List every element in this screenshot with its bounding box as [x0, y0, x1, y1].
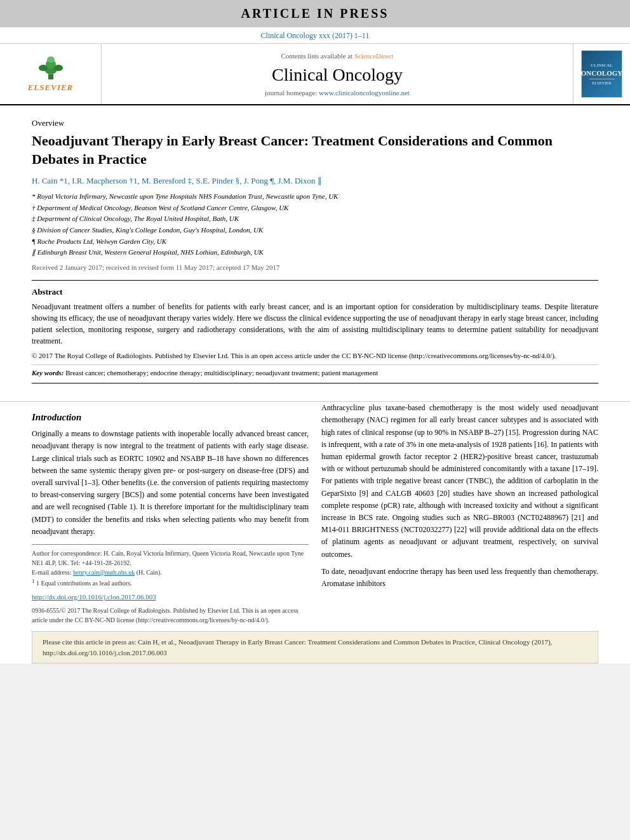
- footnote-section: Author for correspondence: H. Cain, Roya…: [32, 544, 309, 588]
- introduction-right-text: Anthracycline plus taxane-based chemothe…: [321, 402, 598, 560]
- article-in-press-banner: ARTICLE IN PRESS: [0, 0, 630, 27]
- affiliation-2: † Department of Medical Oncology, Beatso…: [32, 203, 598, 214]
- footnote-email-link[interactable]: henry.cain@nuth.nhs.uk: [73, 569, 135, 576]
- abstract-section: Abstract Neoadjuvant treatment offers a …: [32, 280, 598, 384]
- columns: Introduction Originally a means to downs…: [32, 402, 598, 625]
- oncology-badge: CLINICAL ONCOLOGY ELSEVIER: [581, 50, 622, 98]
- footnote-correspondence: Author for correspondence: H. Cain, Roya…: [32, 549, 309, 588]
- oncology-badge-subtitle: CLINICAL: [591, 63, 613, 68]
- elsevier-logo: ELSEVIER: [16, 53, 86, 95]
- oncology-badge-title: ONCOLOGY: [581, 69, 622, 77]
- journal-title-area: Contents lists available at ScienceDirec…: [102, 44, 573, 104]
- doi-link[interactable]: http://dx.doi.org/10.1016/j.clon.2017.06…: [32, 593, 309, 601]
- elsevier-logo-area: ELSEVIER: [0, 44, 102, 104]
- footer-citation-text: Please cite this article in press as: Ca…: [43, 638, 552, 657]
- affiliation-5: ¶ Roche Products Ltd, Welwyn Garden City…: [32, 236, 598, 248]
- oncology-badge-footer: ELSEVIER: [592, 81, 611, 85]
- journal-citation-text: Clinical Oncology xxx (2017) 1–11: [261, 31, 370, 40]
- introduction-left-text: Originally a means to downstage patients…: [32, 428, 309, 538]
- introduction-right-text-2: To date, neoadjuvant endocrine therapy h…: [321, 566, 598, 590]
- copyright-text: © 2017 The Royal College of Radiologists…: [32, 350, 598, 361]
- homepage-link[interactable]: www.clinicaloncologyonline.net: [319, 89, 410, 97]
- article-content: Overview Neoadjuvant Therapy in Early Br…: [0, 105, 630, 402]
- journal-title-main: Clinical Oncology: [272, 65, 403, 85]
- journal-header: Clinical Oncology xxx (2017) 1–11 ELSEVI…: [0, 27, 630, 105]
- col-right: Anthracycline plus taxane-based chemothe…: [321, 402, 598, 625]
- keywords-label: Key words:: [32, 369, 64, 377]
- overview-label: Overview: [32, 118, 598, 128]
- two-column-body: Introduction Originally a means to downs…: [0, 402, 630, 663]
- introduction-title: Introduction: [32, 412, 309, 423]
- elsevier-brand-text: ELSEVIER: [28, 83, 74, 93]
- authors: H. Cain *1, I.R. Macpherson †1, M. Beres…: [32, 176, 598, 186]
- svg-rect-0: [48, 74, 53, 79]
- journal-logo-right: CLINICAL ONCOLOGY ELSEVIER: [573, 44, 630, 104]
- sciencedirect-link[interactable]: ScienceDirect: [354, 52, 394, 60]
- svg-point-3: [47, 57, 55, 63]
- journal-top-bar: ELSEVIER Contents lists available at Sci…: [0, 43, 630, 104]
- journal-homepage: journal homepage: www.clinicaloncologyon…: [265, 89, 410, 97]
- keywords: Key words: Breast cancer; chemotherapy; …: [32, 364, 598, 377]
- elsevier-tree-icon: [32, 55, 70, 81]
- affiliation-6: ∥ Edinburgh Breast Unit, Western General…: [32, 247, 598, 258]
- footnote-sup: 1: [32, 578, 35, 584]
- dates-received: Received 2 January 2017; received in rev…: [32, 263, 598, 271]
- footnote-email-label: E-mail address:: [32, 569, 71, 576]
- abstract-text: Neoadjuvant treatment offers a number of…: [32, 301, 598, 347]
- oncology-badge-divider: [589, 79, 615, 79]
- journal-citation: Clinical Oncology xxx (2017) 1–11: [0, 27, 630, 43]
- svg-point-5: [54, 65, 63, 71]
- svg-point-4: [39, 65, 48, 71]
- affiliation-3: ‡ Department of Clinical Oncology, The R…: [32, 213, 598, 225]
- col-left: Introduction Originally a means to downs…: [32, 402, 309, 625]
- affiliation-1: * Royal Victoria Infirmary, Newcastle up…: [32, 191, 598, 203]
- affiliations: * Royal Victoria Infirmary, Newcastle up…: [32, 191, 598, 258]
- abstract-title: Abstract: [32, 287, 598, 297]
- footer-citation-bar: Please cite this article in press as: Ca…: [32, 631, 598, 663]
- article-title: Neoadjuvant Therapy in Early Breast Canc…: [32, 132, 598, 168]
- affiliation-4: § Division of Cancer Studies, King's Col…: [32, 225, 598, 236]
- keywords-values: Breast cancer; chemotherapy; endocrine t…: [65, 369, 378, 377]
- issn-text: 0936-6555/© 2017 The Royal College of Ra…: [32, 606, 309, 625]
- sciencedirect-line: Contents lists available at ScienceDirec…: [281, 52, 393, 60]
